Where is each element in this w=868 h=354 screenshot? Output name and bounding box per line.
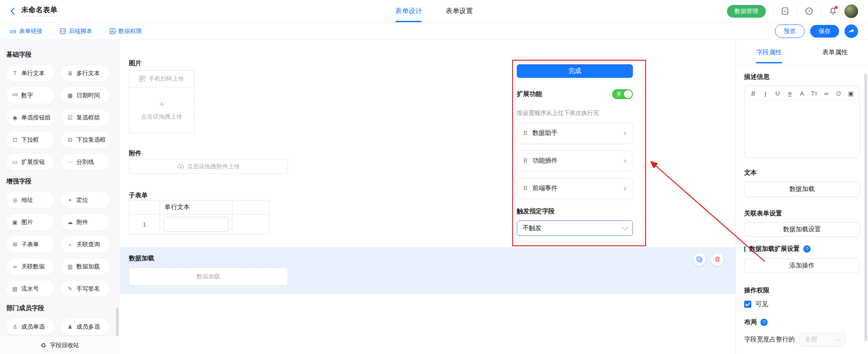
sidebar-field-pill[interactable]: ♙ 成员单选 [6, 319, 54, 335]
visible-checkbox[interactable] [744, 301, 751, 308]
font-size-icon[interactable]: Tт [811, 91, 818, 96]
related-form-label: 关联表单设置 [744, 210, 860, 218]
field-pill-label: 复选框组 [76, 114, 100, 122]
subform-header-row: 单行文本 [129, 201, 269, 215]
delete-field-button[interactable] [711, 253, 724, 266]
help-circle-icon[interactable]: ? [760, 319, 768, 326]
data-manage-button[interactable]: 数据管理 [727, 5, 766, 18]
field-pill-label: 成员多选 [76, 323, 100, 331]
italic-icon[interactable]: I [762, 91, 769, 96]
layout-header: 布局 ? [744, 318, 860, 326]
form-designer-app: 未命名表单 表单设计 表单设置 数据管理 A ? [0, 0, 868, 354]
subform-text-input[interactable] [164, 217, 229, 232]
accent-bar [744, 246, 745, 252]
preview-button[interactable]: 预览 [775, 24, 805, 38]
sidebar-field-pill[interactable]: ▣ 图片 [6, 214, 54, 230]
duplicate-field-button[interactable] [693, 253, 706, 266]
sidebar-field-pill[interactable]: ⌖ 定位 [61, 192, 109, 208]
notification-bell-icon[interactable] [828, 6, 838, 16]
attachment-upload-area[interactable]: 点击或拖拽附件上传 [129, 159, 288, 174]
ext-function-card[interactable]: ⠿ 前端事件 › [517, 178, 633, 199]
sidebar-scrollbar[interactable] [116, 308, 118, 338]
sidebar-field-pill[interactable]: ▦ 日期时间 [61, 87, 109, 104]
form-link-icon [10, 28, 16, 34]
tab-form-design[interactable]: 表单设计 [395, 0, 422, 22]
text-value-field[interactable]: 数据加载 [744, 182, 860, 197]
sidebar-field-pill[interactable]: ◎ 地址 [6, 192, 54, 208]
field-width-select[interactable]: 全部 [799, 333, 845, 346]
main-tabs: 表单设计 表单设置 [395, 0, 473, 22]
ext-function-card[interactable]: ⠿ 数据助手 › [517, 123, 633, 144]
back-icon[interactable] [10, 7, 15, 15]
drag-handle-icon[interactable]: ⠿ [523, 186, 528, 191]
sidebar-field-pill[interactable]: ⋯ 分割线 [61, 154, 109, 170]
sidebar-field-pill[interactable]: ✎ 手写签名 [61, 281, 109, 297]
drag-handle-icon[interactable]: ⠿ [523, 130, 528, 136]
sidebar-field-pill[interactable]: ♟ 成员多选 [61, 319, 109, 335]
tab-form-settings[interactable]: 表单设置 [446, 0, 473, 22]
tab-form-properties[interactable]: 表单属性 [802, 40, 868, 65]
data-permission-action[interactable]: 数据权限 [109, 27, 142, 35]
done-button[interactable]: 完成 [517, 64, 633, 78]
tab-field-properties[interactable]: 字段属性 [736, 40, 802, 65]
sidebar-field-pill[interactable]: ▤ 流水号 [6, 281, 54, 297]
panel-scrollbar[interactable] [864, 73, 867, 341]
subform-table: 单行文本 1 [129, 200, 269, 234]
field-pill-label: 多行文本 [76, 69, 100, 77]
trigger-field-select[interactable]: 不触发 [517, 220, 633, 236]
ext-function-toggle[interactable]: 开 [612, 89, 633, 99]
cloud-upload-icon [177, 163, 184, 169]
ext-function-card[interactable]: ⠿ 功能插件 › [517, 150, 633, 171]
image-field-label: 图片 [129, 59, 142, 67]
help-circle-icon[interactable]: ? [803, 245, 811, 253]
form-title[interactable]: 未命名表单 [21, 6, 57, 16]
align-icon[interactable]: ≡ [786, 91, 793, 96]
sidebar-field-pill[interactable]: ≣ 多行文本 [61, 65, 109, 81]
sidebar-field-pill[interactable]: ⌕ 关联查询 [61, 236, 109, 253]
sidebar-field-pill[interactable]: ⊡ 下拉框 [6, 132, 54, 148]
remove-link-icon[interactable]: ∅ [835, 91, 842, 96]
sidebar-field-pill[interactable]: ▭ 扩展按钮 [6, 154, 54, 170]
sidebar-field-pill[interactable]: ▥ 数据加载 [61, 258, 109, 275]
insert-image-icon[interactable]: ▣ [847, 91, 854, 96]
field-row-actions [693, 253, 724, 266]
bold-icon[interactable]: B [750, 91, 757, 96]
execution-order-hint: 按设置顺序从上往下依次执行完 [517, 109, 633, 117]
sidebar-field-pill[interactable]: ⊞ 子表单 [6, 236, 54, 253]
sidebar-field-pill[interactable]: ☁ 附件 [61, 214, 109, 230]
dataload-field-row-selected[interactable]: 数据加载 数据加载 [120, 247, 736, 294]
save-button[interactable]: 保存 [810, 25, 839, 38]
dataload-field-button[interactable]: 数据加载 [129, 268, 288, 286]
ext-function-card-label: 数据助手 [533, 129, 619, 137]
dataload-field-label: 数据加载 [129, 254, 154, 262]
sidebar-field-pill[interactable]: ¹²³ 数字 [6, 87, 54, 104]
field-pill-label: 扩展按钮 [21, 158, 45, 166]
backend-script-action[interactable]: 后端脚本 [60, 27, 92, 35]
attachment-field-label: 附件 [129, 149, 142, 157]
underline-icon[interactable]: U [774, 91, 781, 96]
image-upload-area[interactable]: ＋ 点击或拖拽上传 [129, 87, 194, 133]
sidebar-field-pill[interactable]: ◉ 单选按钮组 [6, 110, 54, 126]
sub-toolbar: 表单链接 后端脚本 数据权限 预览 保存 [0, 23, 868, 40]
sidebar-field-pill[interactable]: ∞ 关联数据 [6, 258, 54, 275]
font-color-icon[interactable]: A [798, 91, 806, 96]
address-book-icon[interactable]: A [780, 6, 790, 16]
insert-link-icon[interactable]: ∞ [823, 91, 830, 96]
share-button[interactable] [844, 24, 858, 38]
add-action-button[interactable]: 添加操作 [744, 258, 860, 273]
form-link-action[interactable]: 表单链接 [10, 27, 42, 35]
qr-upload-area[interactable]: 手机扫码上传 [129, 70, 194, 87]
linked-query-icon: ⌕ [67, 242, 73, 247]
sidebar-field-pill[interactable]: ⊟ 下拉复选框 [61, 132, 109, 148]
field-recycle-bin[interactable]: ♻ 字段回收站 [0, 336, 120, 354]
field-palette-sidebar: 基础字段 T 单行文本 ≣ 多行文本 ¹²³ 数字 [0, 40, 120, 354]
description-editor-body[interactable] [745, 101, 859, 158]
dataload-settings-button[interactable]: 数据加载设置 [744, 222, 860, 237]
user-avatar[interactable] [844, 5, 858, 18]
help-icon[interactable]: ? [804, 6, 814, 16]
drag-handle-icon[interactable]: ⠿ [523, 158, 528, 164]
data-load-icon: ▥ [67, 264, 73, 269]
sidebar-field-pill[interactable]: T 单行文本 [6, 65, 54, 81]
sidebar-field-pill[interactable]: ☑ 复选框组 [61, 110, 109, 126]
location-icon: ⌖ [67, 197, 73, 203]
